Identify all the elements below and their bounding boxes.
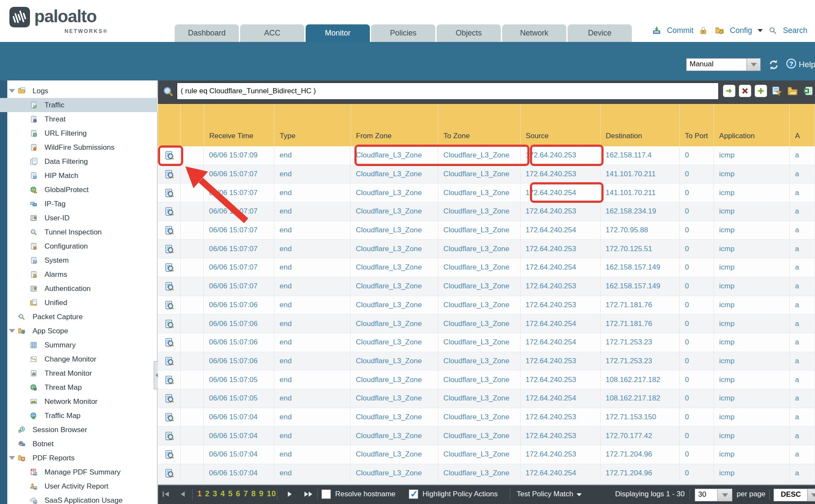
cell-action[interactable]: a	[790, 296, 815, 314]
sidebar-item-threat-map[interactable]: Threat Map	[0, 380, 158, 394]
sidebar-item-app-scope[interactable]: App Scope	[0, 324, 158, 338]
page-number-3[interactable]: 3	[213, 489, 217, 498]
test-policy-match-menu[interactable]: Test Policy Match	[517, 490, 582, 498]
cell-action[interactable]: a	[790, 202, 815, 221]
log-detail-icon[interactable]	[158, 352, 181, 371]
cell-app[interactable]: icmp	[714, 258, 790, 277]
cell-app[interactable]: icmp	[714, 146, 790, 165]
page-number-9[interactable]: 9	[259, 489, 264, 498]
clear-filter-button[interactable]	[739, 85, 751, 97]
cell-action[interactable]: a	[790, 240, 815, 258]
sort-order-value[interactable]: DESC	[773, 489, 808, 501]
sidebar-item-traffic[interactable]: Traffic	[0, 98, 158, 112]
cell-to[interactable]: Cloudflare_L3_Zone	[438, 445, 521, 464]
cell-to[interactable]: Cloudflare_L3_Zone	[438, 240, 521, 258]
log-detail-icon[interactable]	[158, 389, 181, 408]
tab-network[interactable]: Network	[502, 24, 566, 42]
cell-type[interactable]: end	[274, 202, 351, 221]
cell-from[interactable]: Cloudflare_L3_Zone	[351, 277, 438, 296]
column-header-source[interactable]: Source	[521, 104, 601, 146]
cell-action[interactable]: a	[790, 277, 815, 296]
cell-type[interactable]: end	[274, 221, 351, 240]
sidebar-item-threat[interactable]: Threat	[0, 112, 158, 126]
log-detail-icon[interactable]	[158, 333, 181, 352]
last-page-button[interactable]	[303, 491, 314, 499]
cell-time[interactable]: 06/06 15:07:07	[204, 202, 274, 221]
cell-time[interactable]: 06/06 15:07:06	[204, 296, 274, 314]
cell-port[interactable]: 0	[680, 184, 714, 202]
filter-builder-button[interactable]	[770, 85, 783, 97]
sidebar-item-summary[interactable]: Summary	[0, 338, 158, 352]
cell-dest[interactable]: 172.71.153.150	[601, 408, 680, 427]
cell-from[interactable]: Cloudflare_L3_Zone	[351, 146, 438, 165]
sidebar-item-data-filtering[interactable]: Data Filtering	[0, 154, 158, 169]
page-number-5[interactable]: 5	[228, 489, 233, 498]
cell-to[interactable]: Cloudflare_L3_Zone	[438, 277, 521, 296]
cell-time[interactable]: 06/06 15:07:06	[204, 352, 274, 371]
cell-type[interactable]: end	[274, 314, 351, 333]
column-header-destination[interactable]: Destination	[601, 104, 680, 146]
sidebar-item-ip-tag[interactable]: IP-Tag	[0, 197, 158, 211]
log-detail-icon[interactable]	[158, 165, 181, 184]
cell-app[interactable]: icmp	[714, 296, 790, 314]
cell-dest[interactable]: 172.70.177.42	[601, 427, 680, 445]
export-button[interactable]	[802, 85, 815, 97]
prev-page-button[interactable]	[179, 491, 186, 499]
tab-dashboard[interactable]: Dashboard	[175, 24, 239, 42]
cell-dest[interactable]: 172.71.181.76	[601, 296, 680, 314]
page-number-4[interactable]: 4	[220, 489, 225, 498]
sort-order-dropdown-arrow[interactable]	[808, 489, 815, 501]
cell-source[interactable]: 172.64.240.253	[521, 352, 601, 371]
cell-source[interactable]: 172.64.240.254	[521, 333, 601, 352]
lock-icon[interactable]	[697, 24, 710, 37]
sidebar-item-unified[interactable]: Unified	[0, 296, 158, 310]
cell-to[interactable]: Cloudflare_L3_Zone	[438, 258, 521, 277]
cell-time[interactable]: 06/06 15:07:07	[204, 258, 274, 277]
cell-action[interactable]: a	[790, 352, 815, 371]
cell-source[interactable]: 172.64.240.254	[521, 258, 601, 277]
cell-action[interactable]: a	[790, 464, 815, 483]
page-number-1[interactable]: 1	[197, 489, 202, 498]
log-detail-icon[interactable]	[158, 184, 181, 202]
log-detail-icon[interactable]	[158, 408, 181, 427]
cell-port[interactable]: 0	[680, 445, 714, 464]
sidebar-item-traffic-map[interactable]: Traffic Map	[0, 409, 158, 423]
sidebar-item-wildfire-submissions[interactable]: WildFire Submissions	[0, 140, 158, 154]
cell-app[interactable]: icmp	[714, 333, 790, 352]
cell-source[interactable]: 172.64.240.254	[521, 184, 601, 202]
cell-dest[interactable]: 108.162.217.182	[601, 371, 680, 389]
sidebar-item-system[interactable]: System	[0, 253, 158, 267]
cell-dest[interactable]: 162.158.234.19	[601, 202, 680, 221]
cell-app[interactable]: icmp	[714, 221, 790, 240]
cell-port[interactable]: 0	[680, 333, 714, 352]
expander-icon[interactable]	[9, 456, 15, 460]
cell-dest[interactable]: 172.71.204.96	[601, 464, 680, 483]
cell-app[interactable]: icmp	[714, 389, 790, 408]
page-number-6[interactable]: 6	[236, 489, 241, 498]
cell-from[interactable]: Cloudflare_L3_Zone	[351, 408, 438, 427]
cell-app[interactable]: icmp	[714, 408, 790, 427]
cell-time[interactable]: 06/06 15:07:04	[204, 408, 274, 427]
cell-port[interactable]: 0	[680, 352, 714, 371]
cell-port[interactable]: 0	[680, 165, 714, 184]
page-number-8[interactable]: 8	[251, 489, 256, 498]
sidebar-item-url-filtering[interactable]: URL Filtering	[0, 126, 158, 140]
cell-from[interactable]: Cloudflare_L3_Zone	[351, 221, 438, 240]
log-detail-icon[interactable]	[158, 258, 181, 277]
tab-policies[interactable]: Policies	[371, 24, 435, 42]
cell-time[interactable]: 06/06 15:07:06	[204, 333, 274, 352]
column-header-application[interactable]: Application	[714, 104, 790, 146]
cell-type[interactable]: end	[274, 427, 351, 445]
sidebar-item-threat-monitor[interactable]: Threat Monitor	[0, 366, 158, 380]
cell-port[interactable]: 0	[680, 221, 714, 240]
sidebar-item-botnet[interactable]: Botnet	[0, 437, 158, 451]
cell-type[interactable]: end	[274, 240, 351, 258]
cell-action[interactable]: a	[790, 165, 815, 184]
cell-dest[interactable]: 162.158.117.4	[601, 146, 680, 165]
cell-to[interactable]: Cloudflare_L3_Zone	[438, 296, 521, 314]
cell-type[interactable]: end	[274, 258, 351, 277]
resolve-hostname-checkbox[interactable]	[321, 489, 331, 499]
cell-from[interactable]: Cloudflare_L3_Zone	[351, 314, 438, 333]
cell-time[interactable]: 06/06 15:07:07	[204, 240, 274, 258]
refresh-icon[interactable]	[768, 59, 779, 72]
